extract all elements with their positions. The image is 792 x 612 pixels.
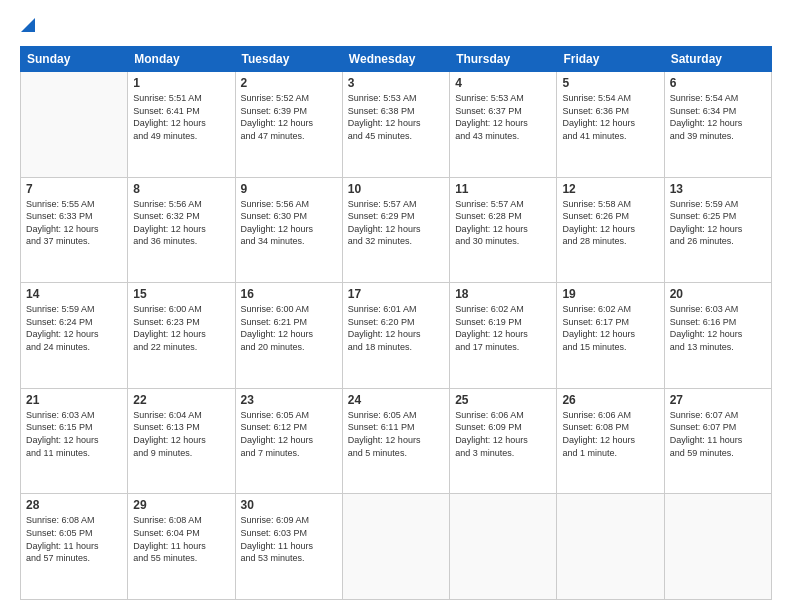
day-info: Sunrise: 5:56 AM Sunset: 6:32 PM Dayligh…: [133, 198, 229, 248]
calendar-cell: 23Sunrise: 6:05 AM Sunset: 6:12 PM Dayli…: [235, 388, 342, 494]
day-number: 3: [348, 76, 444, 90]
week-row-4: 28Sunrise: 6:08 AM Sunset: 6:05 PM Dayli…: [21, 494, 772, 600]
day-info: Sunrise: 6:01 AM Sunset: 6:20 PM Dayligh…: [348, 303, 444, 353]
day-number: 20: [670, 287, 766, 301]
day-info: Sunrise: 5:59 AM Sunset: 6:25 PM Dayligh…: [670, 198, 766, 248]
day-number: 9: [241, 182, 337, 196]
day-number: 23: [241, 393, 337, 407]
day-info: Sunrise: 5:57 AM Sunset: 6:28 PM Dayligh…: [455, 198, 551, 248]
calendar-cell: 9Sunrise: 5:56 AM Sunset: 6:30 PM Daylig…: [235, 177, 342, 283]
day-info: Sunrise: 5:53 AM Sunset: 6:38 PM Dayligh…: [348, 92, 444, 142]
calendar-cell: 25Sunrise: 6:06 AM Sunset: 6:09 PM Dayli…: [450, 388, 557, 494]
day-number: 4: [455, 76, 551, 90]
calendar-cell: 4Sunrise: 5:53 AM Sunset: 6:37 PM Daylig…: [450, 72, 557, 178]
day-number: 21: [26, 393, 122, 407]
day-info: Sunrise: 6:07 AM Sunset: 6:07 PM Dayligh…: [670, 409, 766, 459]
day-number: 1: [133, 76, 229, 90]
day-number: 26: [562, 393, 658, 407]
day-number: 6: [670, 76, 766, 90]
calendar-cell: 6Sunrise: 5:54 AM Sunset: 6:34 PM Daylig…: [664, 72, 771, 178]
day-number: 24: [348, 393, 444, 407]
calendar-cell: 11Sunrise: 5:57 AM Sunset: 6:28 PM Dayli…: [450, 177, 557, 283]
weekday-header-row: SundayMondayTuesdayWednesdayThursdayFrid…: [21, 47, 772, 72]
day-number: 19: [562, 287, 658, 301]
calendar-cell: 7Sunrise: 5:55 AM Sunset: 6:33 PM Daylig…: [21, 177, 128, 283]
week-row-3: 21Sunrise: 6:03 AM Sunset: 6:15 PM Dayli…: [21, 388, 772, 494]
day-number: 18: [455, 287, 551, 301]
calendar-cell: 3Sunrise: 5:53 AM Sunset: 6:38 PM Daylig…: [342, 72, 449, 178]
day-number: 30: [241, 498, 337, 512]
day-info: Sunrise: 5:51 AM Sunset: 6:41 PM Dayligh…: [133, 92, 229, 142]
calendar-cell: 28Sunrise: 6:08 AM Sunset: 6:05 PM Dayli…: [21, 494, 128, 600]
day-number: 25: [455, 393, 551, 407]
day-info: Sunrise: 6:05 AM Sunset: 6:11 PM Dayligh…: [348, 409, 444, 459]
day-number: 11: [455, 182, 551, 196]
calendar-cell: 16Sunrise: 6:00 AM Sunset: 6:21 PM Dayli…: [235, 283, 342, 389]
day-info: Sunrise: 5:55 AM Sunset: 6:33 PM Dayligh…: [26, 198, 122, 248]
day-number: 16: [241, 287, 337, 301]
calendar-cell: 21Sunrise: 6:03 AM Sunset: 6:15 PM Dayli…: [21, 388, 128, 494]
calendar-cell: [557, 494, 664, 600]
day-info: Sunrise: 6:08 AM Sunset: 6:04 PM Dayligh…: [133, 514, 229, 564]
day-info: Sunrise: 6:00 AM Sunset: 6:23 PM Dayligh…: [133, 303, 229, 353]
calendar-cell: [664, 494, 771, 600]
day-number: 17: [348, 287, 444, 301]
day-info: Sunrise: 6:03 AM Sunset: 6:15 PM Dayligh…: [26, 409, 122, 459]
day-info: Sunrise: 5:56 AM Sunset: 6:30 PM Dayligh…: [241, 198, 337, 248]
day-info: Sunrise: 5:59 AM Sunset: 6:24 PM Dayligh…: [26, 303, 122, 353]
day-info: Sunrise: 6:05 AM Sunset: 6:12 PM Dayligh…: [241, 409, 337, 459]
day-number: 27: [670, 393, 766, 407]
day-info: Sunrise: 5:58 AM Sunset: 6:26 PM Dayligh…: [562, 198, 658, 248]
day-info: Sunrise: 6:00 AM Sunset: 6:21 PM Dayligh…: [241, 303, 337, 353]
calendar-cell: 10Sunrise: 5:57 AM Sunset: 6:29 PM Dayli…: [342, 177, 449, 283]
weekday-header-thursday: Thursday: [450, 47, 557, 72]
week-row-0: 1Sunrise: 5:51 AM Sunset: 6:41 PM Daylig…: [21, 72, 772, 178]
calendar-cell: 26Sunrise: 6:06 AM Sunset: 6:08 PM Dayli…: [557, 388, 664, 494]
calendar-cell: 13Sunrise: 5:59 AM Sunset: 6:25 PM Dayli…: [664, 177, 771, 283]
calendar-table: SundayMondayTuesdayWednesdayThursdayFrid…: [20, 46, 772, 600]
calendar-cell: 5Sunrise: 5:54 AM Sunset: 6:36 PM Daylig…: [557, 72, 664, 178]
calendar-cell: [21, 72, 128, 178]
day-info: Sunrise: 6:03 AM Sunset: 6:16 PM Dayligh…: [670, 303, 766, 353]
day-number: 12: [562, 182, 658, 196]
logo: [20, 18, 35, 36]
day-info: Sunrise: 6:02 AM Sunset: 6:17 PM Dayligh…: [562, 303, 658, 353]
weekday-header-monday: Monday: [128, 47, 235, 72]
calendar-cell: 30Sunrise: 6:09 AM Sunset: 6:03 PM Dayli…: [235, 494, 342, 600]
day-number: 14: [26, 287, 122, 301]
page: SundayMondayTuesdayWednesdayThursdayFrid…: [0, 0, 792, 612]
logo-arrow-icon: [21, 18, 35, 32]
calendar-cell: 8Sunrise: 5:56 AM Sunset: 6:32 PM Daylig…: [128, 177, 235, 283]
day-number: 8: [133, 182, 229, 196]
calendar-cell: [450, 494, 557, 600]
weekday-header-saturday: Saturday: [664, 47, 771, 72]
calendar-cell: 2Sunrise: 5:52 AM Sunset: 6:39 PM Daylig…: [235, 72, 342, 178]
calendar-cell: 29Sunrise: 6:08 AM Sunset: 6:04 PM Dayli…: [128, 494, 235, 600]
day-info: Sunrise: 5:54 AM Sunset: 6:34 PM Dayligh…: [670, 92, 766, 142]
calendar-cell: 18Sunrise: 6:02 AM Sunset: 6:19 PM Dayli…: [450, 283, 557, 389]
calendar-cell: 20Sunrise: 6:03 AM Sunset: 6:16 PM Dayli…: [664, 283, 771, 389]
day-number: 15: [133, 287, 229, 301]
day-info: Sunrise: 6:04 AM Sunset: 6:13 PM Dayligh…: [133, 409, 229, 459]
calendar-cell: 27Sunrise: 6:07 AM Sunset: 6:07 PM Dayli…: [664, 388, 771, 494]
week-row-2: 14Sunrise: 5:59 AM Sunset: 6:24 PM Dayli…: [21, 283, 772, 389]
day-number: 5: [562, 76, 658, 90]
day-info: Sunrise: 5:54 AM Sunset: 6:36 PM Dayligh…: [562, 92, 658, 142]
calendar-cell: 15Sunrise: 6:00 AM Sunset: 6:23 PM Dayli…: [128, 283, 235, 389]
day-info: Sunrise: 6:08 AM Sunset: 6:05 PM Dayligh…: [26, 514, 122, 564]
day-number: 7: [26, 182, 122, 196]
day-number: 13: [670, 182, 766, 196]
week-row-1: 7Sunrise: 5:55 AM Sunset: 6:33 PM Daylig…: [21, 177, 772, 283]
day-info: Sunrise: 6:09 AM Sunset: 6:03 PM Dayligh…: [241, 514, 337, 564]
day-number: 10: [348, 182, 444, 196]
calendar-cell: 22Sunrise: 6:04 AM Sunset: 6:13 PM Dayli…: [128, 388, 235, 494]
day-info: Sunrise: 6:02 AM Sunset: 6:19 PM Dayligh…: [455, 303, 551, 353]
day-info: Sunrise: 5:57 AM Sunset: 6:29 PM Dayligh…: [348, 198, 444, 248]
day-info: Sunrise: 6:06 AM Sunset: 6:09 PM Dayligh…: [455, 409, 551, 459]
calendar-cell: 1Sunrise: 5:51 AM Sunset: 6:41 PM Daylig…: [128, 72, 235, 178]
weekday-header-wednesday: Wednesday: [342, 47, 449, 72]
calendar-cell: 19Sunrise: 6:02 AM Sunset: 6:17 PM Dayli…: [557, 283, 664, 389]
day-info: Sunrise: 5:53 AM Sunset: 6:37 PM Dayligh…: [455, 92, 551, 142]
day-number: 29: [133, 498, 229, 512]
calendar-cell: 12Sunrise: 5:58 AM Sunset: 6:26 PM Dayli…: [557, 177, 664, 283]
